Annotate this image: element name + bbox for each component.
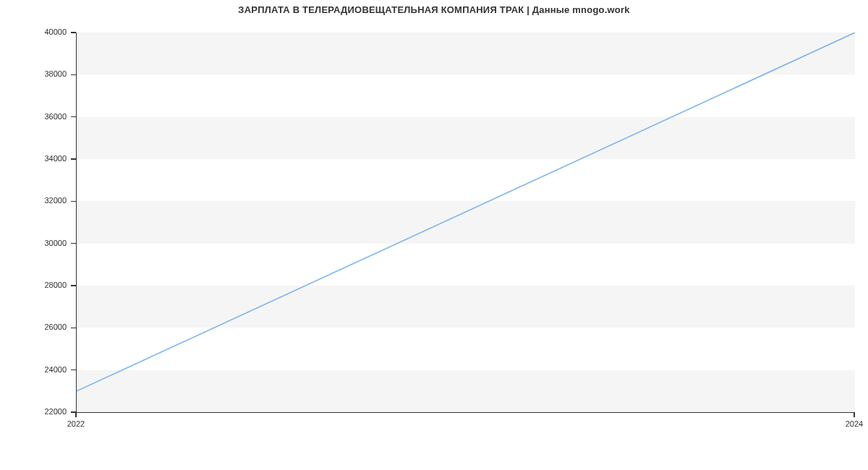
tick-mark — [71, 201, 76, 202]
tick-mark — [71, 243, 76, 244]
x-tick-label: 2024 — [825, 419, 868, 428]
y-tick-label: 22000 — [0, 407, 67, 416]
y-tick-label: 26000 — [0, 322, 67, 331]
tick-mark — [71, 285, 76, 286]
y-tick-label: 36000 — [0, 112, 67, 121]
y-tick-label: 34000 — [0, 154, 67, 163]
tick-mark — [71, 32, 76, 33]
y-tick-label: 28000 — [0, 281, 67, 289]
tick-mark — [71, 74, 76, 76]
y-tick-label: 32000 — [0, 196, 67, 205]
tick-mark — [75, 412, 77, 417]
salary-line-chart: ЗАРПЛАТА В ТЕЛЕРАДИОВЕЩАТЕЛЬНАЯ КОМПАНИЯ… — [0, 0, 868, 470]
data-line — [77, 33, 855, 412]
tick-mark — [71, 158, 76, 160]
x-tick-label: 2022 — [47, 419, 105, 428]
tick-mark — [71, 328, 76, 329]
tick-mark — [854, 412, 855, 417]
chart-title: ЗАРПЛАТА В ТЕЛЕРАДИОВЕЩАТЕЛЬНАЯ КОМПАНИЯ… — [0, 4, 868, 15]
y-tick-label: 40000 — [0, 27, 67, 36]
y-tick-label: 30000 — [0, 239, 67, 247]
plot-area — [76, 33, 855, 413]
y-tick-label: 24000 — [0, 365, 67, 374]
tick-mark — [71, 116, 76, 118]
tick-mark — [71, 369, 76, 371]
y-tick-label: 38000 — [0, 69, 67, 78]
